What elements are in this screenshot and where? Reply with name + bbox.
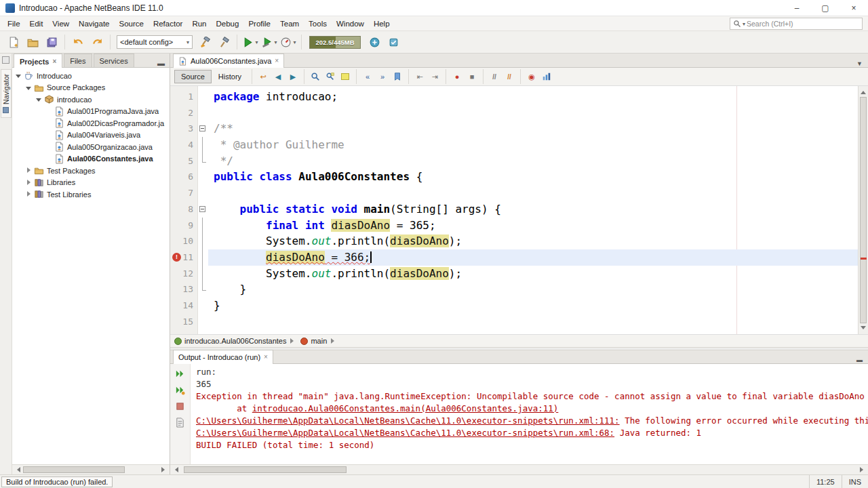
clean-build-button[interactable] [196,33,214,51]
code-view[interactable]: 1package introducao;23/**4 * @author Gui… [170,86,858,334]
tab-projects[interactable]: Projects × [14,54,62,68]
scroll-left-icon[interactable] [170,465,180,474]
expander-icon[interactable] [25,84,33,92]
code-line-2[interactable]: 2 [170,105,858,121]
toolbar-misc-button-1[interactable] [366,33,383,51]
expander-icon[interactable] [25,179,33,186]
expander-icon[interactable] [25,190,33,198]
code-line-15[interactable]: 15 [170,314,858,330]
tree-horizontal-scrollbar[interactable] [12,464,170,474]
stop-build-button[interactable] [173,399,187,413]
scrollbar-thumb[interactable] [23,466,125,473]
menu-debug[interactable]: Debug [211,18,243,30]
tree-node-libraries[interactable]: Libraries [12,177,170,189]
uncomment-button[interactable]: // [502,70,516,83]
tab-services[interactable]: Services [94,54,134,67]
shift-right-button[interactable]: ⇥ [428,70,441,83]
tree-node-aula004variaveis-java[interactable]: Aula004Variaveis.java [12,129,170,142]
menu-navigate[interactable]: Navigate [74,18,114,30]
debug-button[interactable]: ▾ [260,33,278,51]
breadcrumb-method[interactable]: main [311,337,327,345]
build-button[interactable] [215,33,233,51]
tree-node-introducao[interactable]: introducao [12,94,170,106]
run-dropdown-icon[interactable]: ▾ [255,39,258,45]
fold-toggle-icon[interactable] [198,201,208,218]
scrollbar-thumb[interactable] [860,97,867,323]
debug-dropdown-icon[interactable]: ▾ [274,39,277,45]
profile-button[interactable]: ▾ [279,33,297,51]
last-edit-button[interactable]: ↩ [256,70,270,83]
navigator-tab[interactable]: Navigator [1,69,12,118]
menu-profile[interactable]: Profile [243,18,275,30]
editor-vertical-scrollbar[interactable] [858,86,868,334]
new-file-button[interactable] [5,33,22,51]
memory-indicator[interactable]: 202.5/445MB [309,36,361,49]
menu-view[interactable]: View [47,18,74,30]
rerun-with-changes-button[interactable] [173,383,187,397]
tree-node-aula006constantes-java[interactable]: Aula006Constantes.java [12,153,170,165]
minimize-output-button[interactable]: ▬ [854,357,865,363]
error-badge-icon[interactable]: ! [172,253,181,262]
code-line-4[interactable]: 4 * @author Guilherme [170,137,858,153]
config-select[interactable]: <default config> ▾ [117,35,193,49]
code-line-13[interactable]: 13 } [170,281,858,298]
menu-run[interactable]: Run [187,18,211,30]
forward-button[interactable]: ▶ [286,70,300,83]
shift-left-button[interactable]: ⇤ [413,70,427,83]
menu-source[interactable]: Source [114,18,148,30]
ant-settings-button[interactable] [173,415,187,430]
open-project-button[interactable] [24,33,41,51]
start-macro-button[interactable]: ● [450,70,464,83]
editor-tab[interactable]: Aula006Constantes.java × [173,54,284,68]
toggle-highlight-button[interactable] [338,70,352,83]
expander-icon[interactable] [25,167,33,174]
tree-node-introducao[interactable]: Introducao [12,70,170,82]
output-link[interactable]: C:\Users\Guilherme\AppData\Local\NetBean… [196,428,614,438]
tree-node-aula001programajava-java[interactable]: Aula001ProgramaJava.java [12,106,170,118]
menu-team[interactable]: Team [275,18,304,30]
close-tab-icon[interactable]: × [52,58,56,65]
dock-window-icon[interactable] [2,56,9,64]
menu-help[interactable]: Help [369,18,395,30]
stop-macro-button[interactable]: ■ [465,70,479,83]
previous-bookmark-button[interactable]: « [361,70,374,83]
comment-button[interactable]: // [488,70,501,83]
redo-button[interactable] [88,33,106,51]
close-output-tab-icon[interactable]: × [264,354,268,361]
save-all-button[interactable] [43,33,60,51]
tree-node-source-packages[interactable]: Source Packages [12,82,170,94]
output-console[interactable]: run:365Exception in thread "main" java.l… [191,364,868,464]
back-button[interactable]: ◀ [271,70,285,83]
scroll-down-icon[interactable] [859,324,868,334]
error-stripe-mark[interactable] [861,258,867,260]
tab-files[interactable]: Files [64,54,92,67]
scrollbar-thumb[interactable] [184,466,347,473]
undo-button[interactable] [69,33,87,51]
menu-refactor[interactable]: Refactor [149,18,187,30]
fold-toggle-icon[interactable] [198,121,208,137]
tree-node-aula005organizacao-java[interactable]: Aula005Organizacao.java [12,141,170,153]
code-line-3[interactable]: 3/** [170,121,858,137]
output-link[interactable]: introducao.Aula006Constantes.main(Aula00… [252,403,559,413]
source-view-button[interactable]: Source [174,70,212,83]
menu-edit[interactable]: Edit [25,18,48,30]
find-button[interactable] [309,70,322,83]
scroll-right-icon[interactable] [159,465,170,474]
code-line-9[interactable]: 9 final int diasDoAno = 365; [170,218,858,234]
toggle-bookmark-button[interactable] [391,70,404,83]
output-horizontal-scrollbar[interactable] [170,464,868,474]
find-selection-button[interactable] [323,70,337,83]
tree-node-test-libraries[interactable]: Test Libraries [12,188,170,201]
breadcrumb-class[interactable]: introducao.Aula006Constantes [184,337,286,345]
close-button[interactable]: × [840,0,868,16]
code-line-7[interactable]: 7 [170,185,858,201]
minimize-panel-button[interactable]: ▬ [155,59,167,67]
scroll-left-icon[interactable] [12,465,22,474]
profiling-point-button[interactable] [540,70,553,83]
code-line-11[interactable]: !11 diasDoAno = 366; [170,249,858,266]
scroll-right-icon[interactable] [858,465,868,474]
profile-dropdown-icon[interactable]: ▾ [293,39,296,45]
expander-icon[interactable] [15,72,22,79]
history-view-button[interactable]: History [212,70,248,83]
tree-node-aula002dicasprogramador-ja[interactable]: Aula002DicasProgramador.ja [12,117,170,129]
